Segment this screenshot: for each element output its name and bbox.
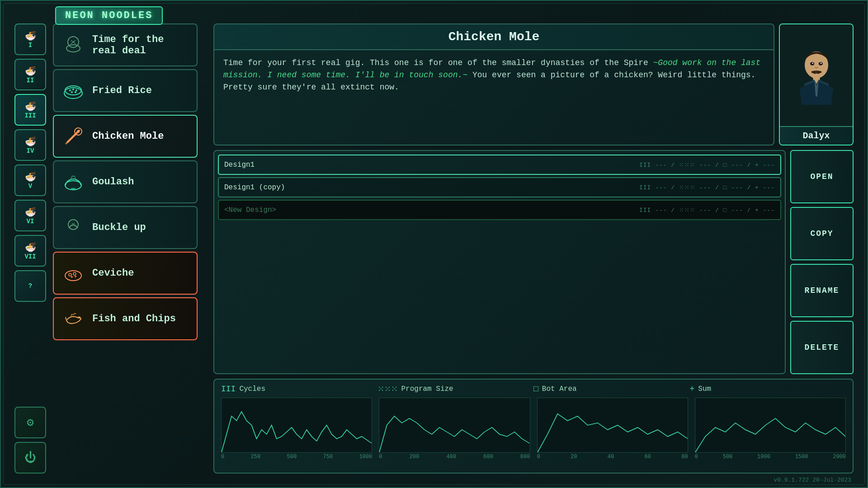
power-tab[interactable]: ⏻	[14, 442, 46, 474]
svg-point-30	[812, 62, 813, 64]
sidebar-label-2: II	[27, 77, 34, 84]
design-row-stats-3: III --- / ⁙⁙⁙ --- / □ --- / + ---	[639, 206, 775, 214]
cycles-axis: 0 250 500 750 1000	[221, 453, 372, 461]
sidebar-tab-unknown[interactable]: ?	[14, 270, 46, 302]
cycles-label: Cycles	[239, 385, 265, 393]
svg-point-31	[820, 62, 821, 64]
svg-point-21	[69, 273, 71, 276]
sidebar-tab-VI[interactable]: 🍜 VI	[14, 200, 46, 231]
svg-point-22	[73, 272, 76, 275]
sidebar-tab-I[interactable]: 🍜 I	[14, 23, 46, 55]
app-title: NEON NOODLES	[65, 10, 153, 21]
cycles-chart	[221, 398, 372, 453]
sidebar-tab-II[interactable]: 🍜 II	[14, 59, 46, 90]
botarea-chart	[537, 398, 688, 453]
level-icon-chicken-mole	[61, 124, 85, 149]
svg-point-23	[71, 276, 73, 278]
botarea-axis: 0 20 40 60 80	[537, 453, 688, 461]
chart-label-botarea: □ Bot Area	[533, 384, 690, 394]
chart-label-cycles: III Cycles	[221, 384, 377, 394]
character-name: Dalyx	[780, 126, 853, 145]
cycles-chart-wrapper: 0 250 500 750 1000	[221, 398, 372, 461]
level-icon-fried-rice	[61, 78, 85, 103]
bowl-icon-5: 🍜	[25, 171, 36, 183]
level-icon-time	[61, 33, 85, 57]
sidebar-tab-V[interactable]: 🍜 V	[14, 164, 46, 196]
design-panel: Design1 III --- / ⁙⁙⁙ --- / □ --- / + --…	[213, 150, 854, 374]
sidebar-label-6: VI	[27, 218, 34, 225]
bowl-icon-7: 🍜	[25, 242, 36, 253]
mission-title: Chicken Mole	[448, 30, 540, 44]
design-list-area: Design1 III --- / ⁙⁙⁙ --- / □ --- / + --…	[213, 150, 786, 374]
level-item-ceviche[interactable]: Ceviche	[53, 252, 198, 295]
level-item-fried-rice[interactable]: Fried Rice	[53, 69, 198, 112]
sum-label: Sum	[698, 385, 711, 393]
charts-panel: III Cycles ⁙⁙⁙ Program Size □ Bot Area +…	[213, 379, 854, 474]
level-item-fish-and-chips[interactable]: Fish and Chips	[53, 297, 198, 340]
sum-axis-1500: 1500	[795, 454, 808, 460]
title-bar: NEON NOODLES	[55, 6, 163, 25]
gear-icon: ⚙	[27, 415, 34, 430]
level-name-goulash: Goulash	[92, 176, 134, 188]
sidebar-tab-IV[interactable]: 🍜 IV	[14, 129, 46, 161]
sidebar-label-5: V	[28, 183, 32, 190]
main-container: NEON NOODLES 🍜 I 🍜 II 🍜 III 🍜 IV 🍜 V 🍜 V…	[0, 0, 868, 488]
sidebar: 🍜 I 🍜 II 🍜 III 🍜 IV 🍜 V 🍜 VI 🍜 VII ?	[14, 23, 48, 302]
sum-axis-1000: 1000	[757, 454, 770, 460]
botarea-axis-40: 40	[608, 454, 614, 460]
svg-point-7	[72, 89, 74, 90]
botarea-label: Bot Area	[542, 385, 577, 393]
sidebar-tab-III[interactable]: 🍜 III	[14, 94, 46, 126]
charts-header: III Cycles ⁙⁙⁙ Program Size □ Bot Area +…	[221, 384, 846, 394]
level-item-chicken-mole[interactable]: Chicken Mole	[53, 115, 198, 158]
level-item-buckle-up[interactable]: Buckle up	[53, 206, 198, 249]
program-axis-800: 800	[520, 454, 530, 460]
sidebar-tab-VII[interactable]: 🍜 VII	[14, 235, 46, 267]
program-chart	[379, 398, 530, 453]
level-name-buckle-up: Buckle up	[92, 222, 146, 233]
svg-rect-16	[71, 188, 75, 189]
design-row-stats-2: III --- / ⁙⁙⁙ --- / □ --- / + ---	[639, 184, 775, 191]
design-row-design1-copy[interactable]: Design1 (copy) III --- / ⁙⁙⁙ --- / □ ---…	[218, 177, 781, 197]
svg-point-20	[65, 271, 81, 281]
cycles-axis-0: 0	[221, 454, 224, 460]
character-portrait-svg	[789, 46, 844, 105]
botarea-axis-80: 80	[681, 454, 688, 460]
level-name-time: Time for the real deal	[92, 34, 190, 56]
bowl-icon-6: 🍜	[25, 206, 36, 218]
sum-icon: +	[690, 385, 695, 394]
bowl-icon-4: 🍜	[25, 136, 36, 147]
program-axis-200: 200	[410, 454, 420, 460]
design-row-design1[interactable]: Design1 III --- / ⁙⁙⁙ --- / □ --- / + --…	[218, 155, 781, 175]
svg-point-8	[75, 89, 77, 91]
level-name-ceviche: Ceviche	[92, 267, 134, 279]
design-row-name-3: <New Design>	[224, 206, 639, 214]
open-button[interactable]: OPEN	[790, 150, 854, 203]
design-row-name-2: Design1 (copy)	[224, 183, 639, 192]
botarea-icon: □	[533, 385, 538, 394]
level-name-chicken-mole: Chicken Mole	[92, 131, 164, 142]
character-portrait	[780, 24, 853, 126]
settings-tab[interactable]: ⚙	[14, 407, 46, 438]
sum-axis-0: 0	[695, 454, 698, 460]
sidebar-label-1: I	[28, 42, 32, 49]
sidebar-label-3: III	[24, 112, 36, 119]
description-area: Chicken Mole Time for your first real gi…	[213, 23, 774, 145]
program-chart-wrapper: 0 200 400 600 800	[379, 398, 530, 461]
program-axis-0: 0	[379, 454, 382, 460]
level-item-time-for-real-deal[interactable]: Time for the real deal	[53, 23, 198, 66]
copy-button[interactable]: COPY	[790, 207, 854, 260]
design-row-new[interactable]: <New Design> III --- / ⁙⁙⁙ --- / □ --- /…	[218, 200, 781, 220]
sum-axis-2000: 2000	[833, 454, 846, 460]
level-item-goulash[interactable]: Goulash	[53, 160, 198, 203]
sidebar-label-unknown: ?	[28, 282, 32, 290]
botarea-chart-wrapper: 0 20 40 60 80	[537, 398, 688, 461]
delete-button[interactable]: DELETE	[790, 321, 854, 374]
rename-button[interactable]: RENAME	[790, 264, 854, 317]
design-actions: OPEN COPY RENAME DELETE	[790, 150, 854, 374]
level-icon-buckle-up	[61, 215, 85, 240]
level-name-fish-and-chips: Fish and Chips	[92, 313, 176, 324]
design-row-name-1: Design1	[224, 161, 639, 169]
charts-body: 0 250 500 750 1000 0	[221, 398, 846, 461]
bowl-icon-2: 🍜	[25, 66, 36, 77]
